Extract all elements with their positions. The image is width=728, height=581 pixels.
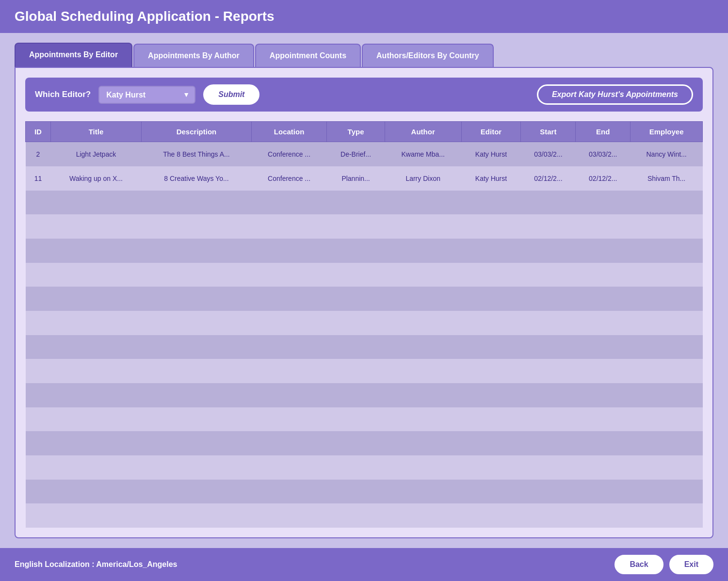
table-cell-empty xyxy=(631,455,703,480)
table-row-empty xyxy=(26,431,703,455)
table-cell-empty xyxy=(327,407,385,432)
table-cell-empty xyxy=(26,480,51,504)
table-cell-empty xyxy=(631,503,703,528)
main-panel: Which Editor? Katy Hurst John Smith Jane… xyxy=(15,67,713,538)
table-cell-empty xyxy=(26,383,51,407)
tab-authors-editors-by-country[interactable]: Authors/Editors By Country xyxy=(362,44,494,67)
table-cell-empty xyxy=(251,214,326,239)
table-cell-empty xyxy=(50,480,141,504)
table-cell-empty xyxy=(251,480,326,504)
back-button[interactable]: Back xyxy=(615,555,663,574)
editor-select[interactable]: Katy Hurst John Smith Jane Doe xyxy=(98,86,195,104)
table-cell-empty xyxy=(50,214,141,239)
table-cell-empty xyxy=(461,383,521,407)
table-cell-empty xyxy=(327,503,385,528)
table-cell-empty xyxy=(327,383,385,407)
table-body: 2Light JetpackThe 8 Best Things A...Conf… xyxy=(26,142,703,528)
exit-button[interactable]: Exit xyxy=(669,555,713,574)
table-cell-empty xyxy=(385,239,461,263)
table-cell-empty xyxy=(50,407,141,432)
table-cell-empty xyxy=(576,455,631,480)
table-cell-empty xyxy=(26,263,51,287)
table-cell-empty xyxy=(142,335,252,359)
footer-buttons: Back Exit xyxy=(615,555,713,574)
table-cell-empty xyxy=(631,239,703,263)
table-row-empty xyxy=(26,214,703,239)
table-cell-empty xyxy=(50,239,141,263)
table-cell-empty xyxy=(461,191,521,215)
table-header-row: ID Title Description Location Type Autho… xyxy=(26,122,703,142)
table-cell-empty xyxy=(385,503,461,528)
table-cell-empty xyxy=(576,335,631,359)
appointments-table: ID Title Description Location Type Autho… xyxy=(25,121,703,528)
table-row-empty xyxy=(26,455,703,480)
table-cell-empty xyxy=(26,239,51,263)
table-row-empty xyxy=(26,191,703,215)
table-cell-empty xyxy=(576,431,631,455)
app-footer: English Localization : America/Los_Angel… xyxy=(0,548,728,581)
table-header: ID Title Description Location Type Autho… xyxy=(26,122,703,142)
table-cell-empty xyxy=(251,287,326,311)
table-cell-empty xyxy=(50,383,141,407)
table-cell-empty xyxy=(631,214,703,239)
app-header: Global Scheduling Application - Reports xyxy=(0,0,728,33)
table-row[interactable]: 11Waking up on X...8 Creative Ways Yo...… xyxy=(26,166,703,191)
table-cell-empty xyxy=(461,359,521,383)
table-cell-empty xyxy=(327,263,385,287)
table-row[interactable]: 2Light JetpackThe 8 Best Things A...Conf… xyxy=(26,142,703,166)
table-cell-empty xyxy=(385,335,461,359)
table-cell-empty xyxy=(631,431,703,455)
table-cell-empty xyxy=(50,503,141,528)
main-content: Appointments By Editor Appointments By A… xyxy=(0,33,728,548)
table-cell: Larry Dixon xyxy=(385,166,461,191)
tab-appointments-by-editor[interactable]: Appointments By Editor xyxy=(15,43,132,67)
table-cell-empty xyxy=(385,263,461,287)
table-cell-empty xyxy=(26,214,51,239)
submit-button[interactable]: Submit xyxy=(203,84,259,105)
table-cell: 03/03/2... xyxy=(576,142,631,166)
controls-bar: Which Editor? Katy Hurst John Smith Jane… xyxy=(25,78,703,112)
col-location: Location xyxy=(251,122,326,142)
table-cell-empty xyxy=(385,407,461,432)
tab-appointments-by-author[interactable]: Appointments By Author xyxy=(133,44,254,67)
table-row-empty xyxy=(26,311,703,335)
table-cell-empty xyxy=(385,431,461,455)
table-cell: 11 xyxy=(26,166,51,191)
table-cell-empty xyxy=(327,335,385,359)
table-cell-empty xyxy=(576,480,631,504)
table-cell-empty xyxy=(631,480,703,504)
table-cell-empty xyxy=(142,263,252,287)
table-cell-empty xyxy=(50,287,141,311)
table-cell-empty xyxy=(26,407,51,432)
table-cell-empty xyxy=(142,311,252,335)
table-cell: 03/03/2... xyxy=(521,142,576,166)
table-row-empty xyxy=(26,383,703,407)
table-cell-empty xyxy=(576,311,631,335)
table-cell-empty xyxy=(251,263,326,287)
table-cell: 02/12/2... xyxy=(521,166,576,191)
table-cell-empty xyxy=(50,455,141,480)
table-cell-empty xyxy=(385,480,461,504)
table-cell: Katy Hurst xyxy=(461,166,521,191)
export-button[interactable]: Export Katy Hurst's Appointments xyxy=(537,84,693,105)
table-cell-empty xyxy=(521,214,576,239)
table-cell: Shivam Th... xyxy=(631,166,703,191)
tab-appointment-counts[interactable]: Appointment Counts xyxy=(255,44,361,67)
table-cell-empty xyxy=(26,287,51,311)
table-cell-empty xyxy=(631,407,703,432)
table-cell-empty xyxy=(461,455,521,480)
table-cell-empty xyxy=(142,287,252,311)
table-cell-empty xyxy=(50,191,141,215)
table-cell-empty xyxy=(251,359,326,383)
table-cell-empty xyxy=(251,239,326,263)
table-cell-empty xyxy=(327,431,385,455)
table-cell-empty xyxy=(521,480,576,504)
table-cell-empty xyxy=(461,480,521,504)
table-cell: Conference ... xyxy=(251,166,326,191)
table-cell-empty xyxy=(576,214,631,239)
table-cell: Plannin... xyxy=(327,166,385,191)
table-row-empty xyxy=(26,239,703,263)
table-cell-empty xyxy=(631,191,703,215)
table-cell-empty xyxy=(521,455,576,480)
table-cell-empty xyxy=(251,191,326,215)
